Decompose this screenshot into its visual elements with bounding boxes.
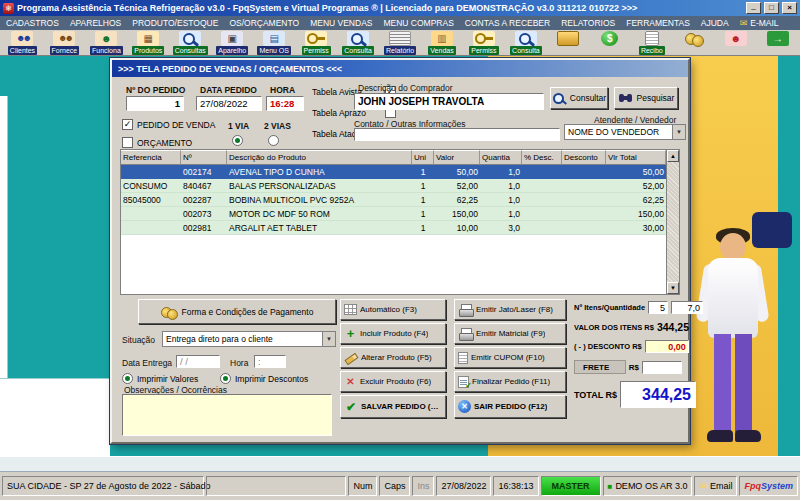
menu-relatorios[interactable]: RELATORIOS <box>561 18 615 28</box>
pedido-venda-option[interactable]: PEDIDO DE VENDA <box>122 119 215 130</box>
menu-menu-vendas[interactable]: MENU VENDAS <box>310 18 372 28</box>
menu-aparelhos[interactable]: APARELHOS <box>70 18 121 28</box>
automatico-f3-button[interactable]: Automático (F3) <box>340 299 446 320</box>
orcamento-option[interactable]: ORÇAMENTO <box>122 137 192 148</box>
toolbar-menu-os[interactable]: Menu OS <box>254 31 295 55</box>
imprimir-valores-option[interactable]: Imprimir Valores <box>122 373 198 384</box>
chevron-down-icon[interactable]: ▼ <box>672 125 685 139</box>
consultar-button[interactable]: Consultar <box>550 87 608 109</box>
observacoes-textarea[interactable] <box>122 394 332 436</box>
toolbar-permiss[interactable]: Permiss <box>463 31 504 55</box>
status-email[interactable]: Email <box>694 476 737 496</box>
imprimir-descontos-option[interactable]: Imprimir Descontos <box>220 373 308 384</box>
toolbar-user-red[interactable] <box>715 31 756 46</box>
table-row[interactable]: 002174AVENAL TIPO D CUNHA150,001,050,00 <box>121 165 666 179</box>
toolbar-clientes[interactable]: Clientes <box>2 31 43 55</box>
products-grid: ReferenciaNºDescrição do ProdutoUniValor… <box>120 149 680 295</box>
order-number-value: 1 <box>126 96 184 111</box>
emitir-matricial-f9-button[interactable]: Emitir Matricial (F9) <box>454 323 566 344</box>
toolbar-aparelho[interactable]: Aparelho <box>212 31 253 55</box>
table-row[interactable]: 85045000002287BOBINA MULTICOIL PVC 9252A… <box>121 193 666 207</box>
menu-e-mail[interactable]: E-MAIL <box>740 18 779 28</box>
scroll-down-icon[interactable]: ▼ <box>667 282 679 294</box>
table-row[interactable]: 002073MOTOR DC MDF 50 ROM1150,001,0150,0… <box>121 207 666 221</box>
column-header-referencia[interactable]: Referencia <box>121 150 181 165</box>
situacao-select[interactable]: Entrega direto para o cliente ▼ <box>162 331 336 347</box>
toolbar-recibo[interactable]: Recibo <box>631 31 672 55</box>
pagamento-button[interactable]: Forma e Condições de Pagamento <box>138 299 336 324</box>
imprimir-valores-radio[interactable] <box>122 373 133 384</box>
column-header-uni[interactable]: Uni <box>412 150 434 165</box>
excluir-produto-f6-button[interactable]: Excluir Produto (F6) <box>340 371 446 392</box>
menu-cadastros[interactable]: CADASTROS <box>6 18 59 28</box>
via1-radio[interactable] <box>232 135 243 146</box>
dialog-titlebar[interactable]: >>> TELA PEDIDO DE VENDAS / ORÇAMENTOS <… <box>112 60 688 77</box>
column-header-descricao-do-produto[interactable]: Descrição do Produto <box>227 150 412 165</box>
bottom-strip <box>0 456 800 472</box>
via2-radio[interactable] <box>268 135 279 146</box>
toolbar-fornece[interactable]: Fornece <box>44 31 85 55</box>
emitir-cupom-f10-button[interactable]: Emitir CUPOM (F10) <box>454 347 566 368</box>
scroll-up-icon[interactable]: ▲ <box>667 150 679 162</box>
hora-entrega-input[interactable]: : <box>254 355 286 368</box>
pesquisar-button[interactable]: Pesquisar <box>614 87 678 109</box>
menu-contas-a-receber[interactable]: CONTAS A RECEBER <box>465 18 550 28</box>
finalizar-pedido-f11-button[interactable]: Finalizar Pedido (F11) <box>454 371 566 392</box>
cell-num: 002287 <box>181 193 227 206</box>
toolbar-produtos[interactable]: Produtos <box>128 31 169 55</box>
data-entrega-input[interactable]: / / <box>176 355 220 368</box>
buyer-name-input[interactable]: JOHN JOSEPH TRAVOLTA <box>354 93 544 110</box>
column-header-vlr-total[interactable]: Vlr Total <box>606 150 666 165</box>
imprimir-descontos-radio[interactable] <box>220 373 231 384</box>
toolbar-dollar[interactable] <box>589 31 630 46</box>
situacao-label: Situação <box>122 335 155 345</box>
menu-ferramentas[interactable]: FERRAMENTAS <box>626 18 690 28</box>
toolbar-consultas[interactable]: Consultas <box>170 31 211 55</box>
toolbar-consulta[interactable]: Consulta <box>338 31 379 55</box>
pagamento-label: Forma e Condições de Pagamento <box>182 307 314 317</box>
status-ins: Ins <box>412 476 434 496</box>
search-icon <box>179 31 201 46</box>
alterar-produto-f5-button[interactable]: Alterar Produto (F5) <box>340 347 446 368</box>
user-red-icon <box>725 31 747 46</box>
column-header-desc[interactable]: % Desc. <box>522 150 562 165</box>
table-row[interactable]: CONSUMO840467BALAS PERSONALIZADAS152,001… <box>121 179 666 193</box>
column-header-n[interactable]: Nº <box>181 150 227 165</box>
freight-input[interactable] <box>642 361 682 374</box>
incluir-produto-f4-button[interactable]: Incluir Produto (F4) <box>340 323 446 344</box>
toolbar-relatorio[interactable]: Relatório <box>380 31 421 55</box>
coins-icon <box>683 31 705 46</box>
table-row[interactable]: 002981ARGALIT AET TABLET110,003,030,00 <box>121 221 666 235</box>
menu-os-orcamento[interactable]: OS/ORÇAMENTO <box>229 18 299 28</box>
toolbar-cashbox[interactable] <box>547 31 588 46</box>
vendedor-select[interactable]: NOME DO VENDEDOR ▼ <box>564 124 686 140</box>
maximize-button[interactable] <box>764 2 779 14</box>
toolbar-coins[interactable] <box>673 31 714 46</box>
toolbar-vendas[interactable]: Vendas <box>422 31 463 55</box>
column-header-quantia[interactable]: Quantia <box>480 150 522 165</box>
grid-scrollbar[interactable]: ▲ ▼ <box>666 150 679 294</box>
window-titlebar[interactable]: Programa Assistência Técnica Refrigeraçã… <box>0 0 800 16</box>
orcamento-checkbox[interactable] <box>122 137 133 148</box>
chevron-down-icon[interactable]: ▼ <box>322 332 335 346</box>
toolbar-consulta[interactable]: Consulta <box>505 31 546 55</box>
toolbar-funciona[interactable]: Funciona <box>86 31 127 55</box>
close-button[interactable] <box>782 2 797 14</box>
pedido-venda-checkbox[interactable] <box>122 119 133 130</box>
menu-menu-compras[interactable]: MENU COMPRAS <box>383 18 453 28</box>
menubar-items: CADASTROSAPARELHOSPRODUTO/ESTOQUEOS/ORÇA… <box>6 18 729 28</box>
toolbar-permiss[interactable]: Permiss <box>296 31 337 55</box>
contact-input[interactable] <box>354 128 560 141</box>
column-header-desconto[interactable]: Desconto <box>562 150 606 165</box>
minimize-button[interactable] <box>746 2 761 14</box>
cell-desconto <box>562 193 606 206</box>
menu-produto-estoque[interactable]: PRODUTO/ESTOQUE <box>132 18 218 28</box>
emitir-jato-laser-f8-button[interactable]: Emitir Jato/Laser (F8) <box>454 299 566 320</box>
menu-ajuda[interactable]: AJUDA <box>701 18 729 28</box>
sair-pedido-f12-button[interactable]: SAIR PEDIDO (F12) <box>454 395 566 418</box>
cell-descricao: BOBINA MULTICOIL PVC 9252A <box>227 193 412 206</box>
salvar-pedido-f7-button[interactable]: SALVAR PEDIDO (F7) <box>340 395 446 418</box>
column-header-valor[interactable]: Valor <box>434 150 480 165</box>
binoculars-icon <box>618 92 633 104</box>
toolbar-exit[interactable] <box>757 31 798 46</box>
